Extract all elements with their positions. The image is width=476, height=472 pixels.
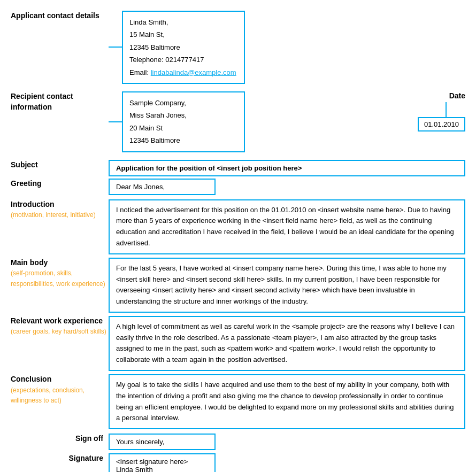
- applicant-box: Linda Smith, 15 Main St, 12345 Baltimore…: [122, 11, 245, 84]
- greeting-label: Greeting: [11, 179, 109, 189]
- signature-label: Signature: [11, 453, 109, 464]
- signature-box: <Insert signature here> Linda Smith: [109, 453, 216, 472]
- applicant-telephone: Telephone: 0214777417: [129, 53, 237, 66]
- applicant-email: Email: lindabalinda@example.com: [129, 66, 237, 79]
- recipient-label: Recipient contact information: [11, 91, 109, 112]
- applicant-name: Linda Smith,: [129, 16, 237, 28]
- recipient-contact: Miss Sarah Jones,: [129, 109, 237, 121]
- conclusion-box: My goal is to take the skills I have acq…: [109, 374, 465, 429]
- applicant-address2: 12345 Baltimore: [129, 41, 237, 53]
- relevant-work-box: A high level of commitment as well as ca…: [109, 316, 465, 371]
- recipient-box: Sample Company, Miss Sarah Jones, 20 Mai…: [122, 91, 245, 152]
- subject-box: Application for the position of <insert …: [109, 160, 465, 176]
- date-value: 01.01.2010: [418, 117, 465, 131]
- applicant-address1: 15 Main St,: [129, 28, 237, 41]
- recipient-company: Sample Company,: [129, 97, 237, 109]
- date-area: Date 01.01.2010: [418, 91, 465, 131]
- main-body-label: Main body (self-promotion, skills, respo…: [11, 258, 109, 289]
- signoff-box: Yours sincerely,: [109, 434, 216, 450]
- introduction-box: I noticed the advertisement for this pos…: [109, 199, 465, 254]
- signoff-label: Sign off: [11, 434, 109, 444]
- date-label: Date: [449, 91, 465, 100]
- recipient-address1: 20 Main St: [129, 122, 237, 134]
- signature-line2: Linda Smith: [116, 466, 208, 472]
- conclusion-label: Conclusion (expectations, conclusion, wi…: [11, 374, 109, 406]
- greeting-box: Dear Ms Jones,: [109, 179, 216, 195]
- recipient-connector: [109, 121, 122, 122]
- relevant-work-label: Relevant work experience (career goals, …: [11, 316, 109, 337]
- main-body-box: For the last 5 years, I have worked at <…: [109, 258, 465, 313]
- signature-line1: <Insert signature here>: [116, 458, 208, 466]
- applicant-connector: [109, 47, 122, 48]
- date-vertical-line: [446, 102, 447, 117]
- applicant-email-link[interactable]: lindabalinda@example.com: [151, 68, 236, 76]
- introduction-label: Introduction (motivation, interest, init…: [11, 199, 109, 220]
- applicant-label: Applicant contact details: [11, 11, 109, 21]
- subject-label: Subject: [11, 160, 109, 171]
- recipient-address2: 12345 Baltimore: [129, 134, 237, 146]
